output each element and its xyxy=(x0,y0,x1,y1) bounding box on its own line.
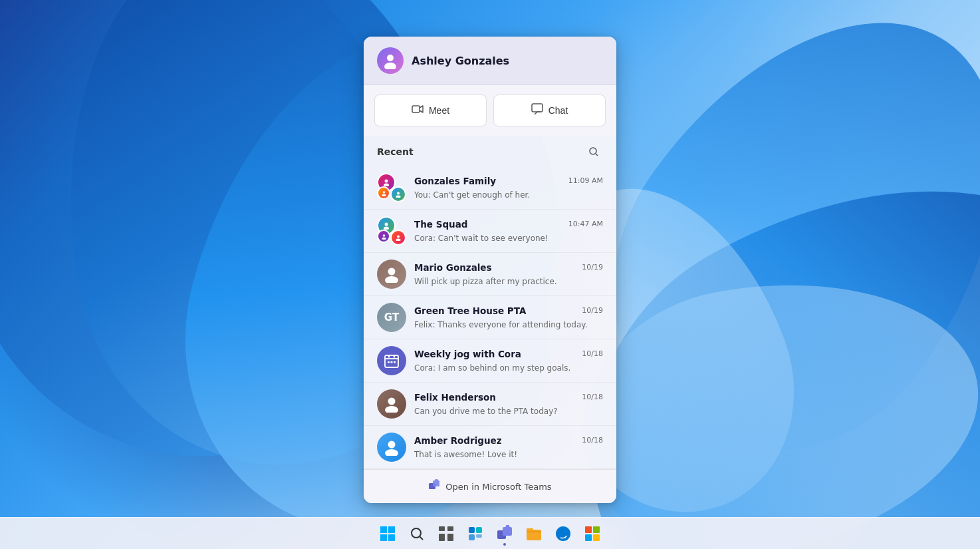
svg-rect-2 xyxy=(412,106,420,112)
chat-preview-green-tree-pta: Felix: Thanks everyone for attending tod… xyxy=(414,320,588,329)
open-in-teams-button[interactable]: Open in Microsoft Teams xyxy=(364,469,616,503)
svg-point-26 xyxy=(385,406,398,413)
chat-avatar-felix xyxy=(377,389,406,419)
taskbar-store-button[interactable] xyxy=(579,520,606,547)
svg-rect-44 xyxy=(476,534,482,538)
teams-chat-panel: Ashley Gonzales Meet Chat Recent xyxy=(364,37,616,503)
chat-preview-weekly-jog: Cora: I am so behind on my step goals. xyxy=(414,363,570,373)
meet-label: Meet xyxy=(429,105,449,116)
taskbar-widgets-button[interactable] xyxy=(462,520,489,547)
svg-rect-53 xyxy=(585,534,592,541)
recent-label: Recent xyxy=(377,146,414,157)
chat-avatar-gt: GT xyxy=(377,303,406,332)
taskbar-start-button[interactable] xyxy=(374,520,401,547)
recent-header: Recent xyxy=(364,136,616,166)
svg-rect-32 xyxy=(380,526,387,533)
svg-rect-38 xyxy=(447,526,453,531)
chat-name-the-squad: The Squad xyxy=(414,219,467,230)
chat-avatar-mario xyxy=(377,260,406,289)
svg-point-14 xyxy=(396,239,401,242)
chat-preview-mario: Will pick up pizza after my practice. xyxy=(414,277,557,286)
svg-rect-35 xyxy=(388,534,395,541)
chat-preview-amber: That is awesome! Love it! xyxy=(414,450,517,459)
svg-rect-23 xyxy=(391,361,393,363)
chat-icon xyxy=(531,103,543,118)
chat-name-amber: Amber Rodriguez xyxy=(414,435,502,446)
chat-name-weekly-jog: Weekly jog with Cora xyxy=(414,349,521,359)
svg-point-28 xyxy=(385,449,398,456)
svg-point-11 xyxy=(385,223,388,226)
chat-time-weekly-jog: 10/18 xyxy=(582,349,603,358)
svg-rect-40 xyxy=(447,534,453,541)
chat-name-felix: Felix Henderson xyxy=(414,392,496,403)
taskbar-taskview-button[interactable] xyxy=(433,520,459,547)
svg-point-4 xyxy=(590,148,596,154)
chat-time-the-squad: 10:47 AM xyxy=(568,220,603,228)
open-in-teams-label: Open in Microsoft Teams xyxy=(445,482,551,492)
user-avatar xyxy=(377,47,404,74)
chat-preview-the-squad: Cora: Can't wait to see everyone! xyxy=(414,234,549,243)
svg-rect-22 xyxy=(388,361,390,363)
svg-rect-51 xyxy=(585,526,592,533)
taskbar-teams-button[interactable] xyxy=(491,520,518,547)
svg-point-17 xyxy=(388,268,396,275)
chat-time-amber: 10/18 xyxy=(582,436,603,445)
svg-point-0 xyxy=(387,55,394,61)
chat-item-amber-rodriguez[interactable]: Amber Rodriguez 10/18 That is awesome! L… xyxy=(364,426,616,469)
panel-actions: Meet Chat xyxy=(364,85,616,136)
svg-point-15 xyxy=(382,234,385,237)
chat-item-gonzales-family[interactable]: Gonzales Family 11:09 AM You: Can't get … xyxy=(364,166,616,210)
chat-avatar-amber xyxy=(377,433,406,462)
svg-rect-54 xyxy=(593,534,600,541)
svg-point-1 xyxy=(384,63,396,69)
taskbar-explorer-button[interactable] xyxy=(521,520,547,547)
svg-rect-37 xyxy=(439,526,445,531)
svg-point-13 xyxy=(397,236,400,238)
chat-time-green-tree-pta: 10/19 xyxy=(582,306,603,315)
svg-rect-24 xyxy=(394,361,396,363)
panel-header: Ashley Gonzales xyxy=(364,37,616,85)
svg-point-36 xyxy=(412,528,421,538)
svg-rect-52 xyxy=(593,526,600,533)
svg-point-18 xyxy=(385,276,398,283)
chat-item-weekly-jog[interactable]: Weekly jog with Cora 10/18 Cora: I am so… xyxy=(364,339,616,383)
svg-rect-42 xyxy=(476,527,482,533)
chat-time-gonzales-family: 11:09 AM xyxy=(568,176,603,185)
chat-list: Gonzales Family 11:09 AM You: Can't get … xyxy=(364,166,616,469)
chat-label: Chat xyxy=(549,105,568,116)
chat-preview-gonzales-family: You: Can't get enough of her. xyxy=(414,190,530,200)
chat-item-green-tree-pta[interactable]: GT Green Tree House PTA 10/19 Felix: Tha… xyxy=(364,296,616,339)
svg-point-9 xyxy=(382,191,385,194)
chat-item-mario-gonzales[interactable]: Mario Gonzales 10/19 Will pick up pizza … xyxy=(364,253,616,296)
meet-icon xyxy=(412,103,424,118)
taskbar-search-button[interactable] xyxy=(404,520,430,547)
svg-point-20 xyxy=(388,356,390,358)
chat-name-mario: Mario Gonzales xyxy=(414,262,492,273)
meet-button[interactable]: Meet xyxy=(374,94,487,126)
chat-item-felix-henderson[interactable]: Felix Henderson 10/18 Can you drive me t… xyxy=(364,383,616,426)
svg-point-5 xyxy=(385,180,388,183)
taskbar xyxy=(0,517,980,549)
svg-point-8 xyxy=(396,196,401,198)
svg-rect-49 xyxy=(527,528,533,531)
search-button[interactable] xyxy=(584,142,603,161)
svg-point-27 xyxy=(388,441,396,449)
svg-rect-3 xyxy=(532,104,543,112)
chat-avatar-the-squad xyxy=(377,216,406,246)
chat-time-felix: 10/18 xyxy=(582,393,603,401)
svg-rect-33 xyxy=(388,526,395,533)
svg-point-7 xyxy=(397,192,400,195)
svg-point-16 xyxy=(382,237,386,239)
svg-rect-43 xyxy=(469,534,475,540)
chat-button[interactable]: Chat xyxy=(493,94,606,126)
chat-item-the-squad[interactable]: The Squad 10:47 AM Cora: Can't wait to s… xyxy=(364,210,616,253)
user-name: Ashley Gonzales xyxy=(412,55,509,67)
svg-rect-34 xyxy=(380,534,387,541)
chat-name-green-tree-pta: Green Tree House PTA xyxy=(414,305,526,316)
chat-name-gonzales-family: Gonzales Family xyxy=(414,176,496,186)
svg-point-21 xyxy=(394,356,396,358)
taskbar-edge-button[interactable] xyxy=(550,520,576,547)
teams-footer-icon xyxy=(428,479,440,494)
chat-time-mario: 10/19 xyxy=(582,263,603,272)
svg-point-10 xyxy=(382,194,386,196)
